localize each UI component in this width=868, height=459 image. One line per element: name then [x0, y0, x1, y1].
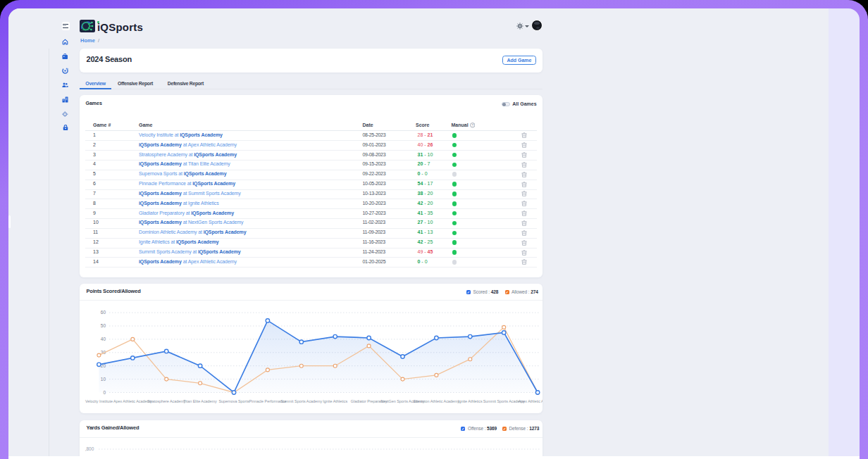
- svg-text:Apex Athletic Academy: Apex Athletic Academy: [113, 398, 152, 403]
- svg-text:Velocity Institute: Velocity Institute: [85, 398, 113, 403]
- svg-text:60: 60: [101, 310, 106, 315]
- svg-text:40: 40: [101, 337, 106, 341]
- svg-text:Supernova Sports: Supernova Sports: [218, 398, 249, 403]
- svg-text:?: ?: [471, 124, 473, 127]
- svg-text:Titan Elite Academy: Titan Elite Academy: [183, 398, 217, 403]
- svg-text:Dominion Athletic Academy: Dominion Athletic Academy: [414, 398, 460, 403]
- svg-text:Ignite Athletics: Ignite Athletics: [323, 398, 347, 403]
- svg-text:Ignite Athletics: Ignite Athletics: [458, 398, 483, 403]
- svg-text:Stratosphere Academy: Stratosphere Academy: [147, 398, 186, 403]
- svg-text:Summit Sports Academy: Summit Sports Academy: [280, 398, 322, 403]
- svg-text:Apex Athletic Academy: Apex Athletic Academy: [519, 398, 542, 403]
- svg-text:50: 50: [101, 323, 106, 328]
